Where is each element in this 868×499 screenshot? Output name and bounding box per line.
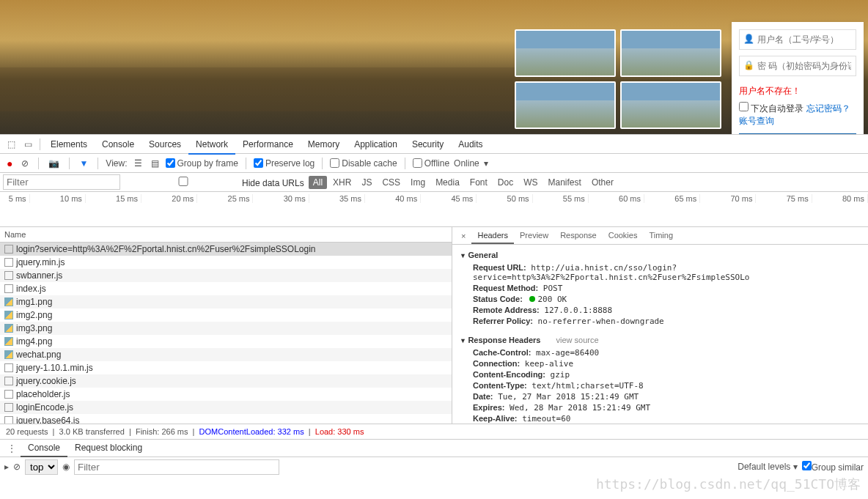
load-time: Load: 330 ms <box>315 427 364 436</box>
online-select[interactable]: Online <box>454 158 479 169</box>
live-expression-icon[interactable]: ◉ <box>62 462 70 472</box>
request-row[interactable]: img2.png <box>0 308 452 322</box>
request-row[interactable]: jquery-1.10.1.min.js <box>0 361 452 374</box>
network-timeline[interactable]: 5 ms10 ms15 ms20 ms25 ms30 ms35 ms40 ms4… <box>0 192 868 227</box>
timeline-tick: 55 ms <box>533 194 589 203</box>
detail-tab-response[interactable]: Response <box>554 228 603 244</box>
tab-performance[interactable]: Performance <box>235 136 301 153</box>
request-row[interactable]: img1.png <box>0 295 452 308</box>
general-section-toggle[interactable]: General <box>460 248 861 262</box>
request-row[interactable]: loginEncode.js <box>0 401 452 414</box>
tab-network[interactable]: Network <box>188 136 235 155</box>
filter-type-other[interactable]: Other <box>587 176 618 189</box>
group-similar-checkbox[interactable]: Group similar <box>802 461 864 473</box>
inspect-icon[interactable]: ⬚ <box>3 139 20 149</box>
network-status-bar: 20 requests | 3.0 KB transferred | Finis… <box>0 424 868 440</box>
filter-icon[interactable]: ▼ <box>77 158 90 169</box>
drawer-tab-request-blocking[interactable]: Request blocking <box>67 440 150 457</box>
filter-type-manifest[interactable]: Manifest <box>544 176 586 189</box>
file-icon <box>4 416 13 424</box>
console-sidebar-icon[interactable]: ▸ <box>4 462 9 472</box>
context-select[interactable]: top <box>25 459 58 475</box>
thumb-1[interactable] <box>515 29 616 77</box>
thumb-3[interactable] <box>515 81 616 129</box>
console-clear-icon[interactable]: ⊘ <box>13 462 21 472</box>
password-input[interactable] <box>739 56 856 76</box>
response-headers-toggle[interactable]: Response Headers view source <box>460 333 861 347</box>
timeline-tick: 20 ms <box>141 194 197 203</box>
request-row[interactable]: jquery.base64.js <box>0 414 452 424</box>
header-row: Remote Address: 127.0.0.1:8888 <box>460 305 861 316</box>
detail-tab-timing[interactable]: Timing <box>643 228 679 244</box>
close-detail-icon[interactable]: × <box>455 232 471 240</box>
capture-screenshot-icon[interactable]: 📷 <box>46 158 62 169</box>
group-by-frame-checkbox[interactable]: Group by frame <box>166 158 238 169</box>
tab-application[interactable]: Application <box>347 136 405 153</box>
login-button[interactable]: 登 录 <box>739 133 856 134</box>
thumb-2[interactable] <box>620 29 721 77</box>
timeline-tick: 50 ms <box>477 194 532 203</box>
tab-elements[interactable]: Elements <box>43 136 95 153</box>
request-row[interactable]: jquery.min.js <box>0 256 452 269</box>
tab-security[interactable]: Security <box>405 136 451 153</box>
view-source-link[interactable]: view source <box>556 336 599 344</box>
clear-icon[interactable]: ⊘ <box>19 158 31 169</box>
tab-audits[interactable]: Audits <box>451 136 490 153</box>
file-icon <box>4 390 13 399</box>
request-row[interactable]: login?service=http%3A%2F%2Fportal.hnist.… <box>0 243 452 256</box>
filter-type-doc[interactable]: Doc <box>493 176 518 189</box>
auto-login-checkbox[interactable] <box>739 102 749 111</box>
timeline-tick: 35 ms <box>309 194 365 203</box>
detail-tab-preview[interactable]: Preview <box>514 228 554 244</box>
request-name: loginEncode.js <box>16 402 73 413</box>
console-filter-input[interactable] <box>74 459 279 475</box>
tab-memory[interactable]: Memory <box>301 136 347 153</box>
username-input[interactable] <box>739 29 856 50</box>
filter-type-font[interactable]: Font <box>466 176 492 189</box>
request-row[interactable]: img3.png <box>0 322 452 335</box>
detail-tab-cookies[interactable]: Cookies <box>603 228 644 244</box>
request-row[interactable]: placeholder.js <box>0 388 452 401</box>
tab-console[interactable]: Console <box>95 136 141 153</box>
account-query-link[interactable]: 账号查询 <box>739 116 774 126</box>
large-rows-icon[interactable]: ☰ <box>132 158 144 169</box>
filter-type-js[interactable]: JS <box>357 176 376 189</box>
request-row[interactable]: swbanner.js <box>0 269 452 282</box>
devtools-panel: ⬚ ▭ ElementsConsoleSourcesNetworkPerform… <box>0 134 868 476</box>
filter-type-all[interactable]: All <box>309 176 327 189</box>
request-name: img4.png <box>16 336 52 347</box>
filter-type-ws[interactable]: WS <box>519 176 542 189</box>
tab-sources[interactable]: Sources <box>141 136 188 153</box>
forgot-password-link[interactable]: 忘记密码？ <box>806 103 850 114</box>
hide-data-urls-checkbox[interactable]: Hide data URLs <box>125 177 304 188</box>
request-row[interactable]: index.js <box>0 282 452 295</box>
record-icon[interactable]: ● <box>4 158 15 169</box>
thumb-4[interactable] <box>620 81 721 129</box>
device-icon[interactable]: ▭ <box>20 139 37 149</box>
file-icon <box>4 297 13 306</box>
timeline-tick: 5 ms <box>0 194 30 203</box>
drawer-tab-console[interactable]: Console <box>21 440 67 457</box>
disable-cache-checkbox[interactable]: Disable cache <box>330 158 397 169</box>
name-column-header[interactable]: Name <box>0 227 452 243</box>
filter-type-img[interactable]: Img <box>406 176 430 189</box>
filter-type-css[interactable]: CSS <box>378 176 405 189</box>
filter-type-xhr[interactable]: XHR <box>328 176 356 189</box>
preserve-log-checkbox[interactable]: Preserve log <box>254 158 315 169</box>
request-name: img2.png <box>16 310 52 320</box>
request-row[interactable]: img4.png <box>0 335 452 348</box>
request-row[interactable]: wechat.png <box>0 348 452 361</box>
file-icon <box>4 258 13 267</box>
throttling-dropdown-icon[interactable]: ▾ <box>484 158 488 169</box>
log-levels-dropdown[interactable]: Default levels ▾ <box>738 462 797 472</box>
file-icon <box>4 324 13 333</box>
timeline-tick: 40 ms <box>365 194 421 203</box>
detail-tab-headers[interactable]: Headers <box>471 228 514 244</box>
filter-input[interactable] <box>3 174 120 190</box>
request-list: Name login?service=http%3A%2F%2Fportal.h… <box>0 227 452 424</box>
request-row[interactable]: jquery.cookie.js <box>0 374 452 388</box>
offline-checkbox[interactable]: Offline <box>413 158 449 169</box>
filter-type-media[interactable]: Media <box>431 176 464 189</box>
drawer-menu-icon[interactable]: ⋮ <box>3 443 21 454</box>
overview-icon[interactable]: ▤ <box>149 158 161 169</box>
